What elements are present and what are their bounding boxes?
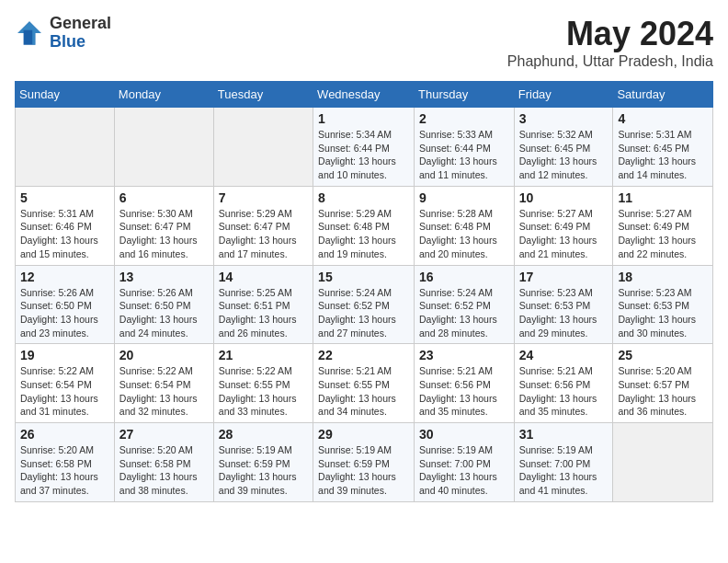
day-number: 13 [119, 270, 209, 284]
day-info: Sunrise: 5:32 AMSunset: 6:45 PMDaylight:… [519, 128, 609, 182]
page-header: General Blue May 2024 Phaphund, Uttar Pr… [15, 15, 713, 70]
calendar-cell: 31Sunrise: 5:19 AMSunset: 7:00 PMDayligh… [514, 423, 613, 502]
calendar-cell: 13Sunrise: 5:26 AMSunset: 6:50 PMDayligh… [114, 265, 213, 344]
calendar-cell: 17Sunrise: 5:23 AMSunset: 6:53 PMDayligh… [514, 265, 613, 344]
day-number: 4 [618, 111, 708, 126]
calendar-cell: 29Sunrise: 5:19 AMSunset: 6:59 PMDayligh… [313, 423, 415, 502]
day-info: Sunrise: 5:27 AMSunset: 6:49 PMDaylight:… [519, 207, 609, 261]
day-info: Sunrise: 5:31 AMSunset: 6:45 PMDaylight:… [618, 128, 708, 182]
day-number: 3 [519, 111, 609, 126]
day-number: 29 [318, 427, 409, 442]
weekday-header-thursday: Thursday [415, 82, 515, 108]
day-info: Sunrise: 5:20 AMSunset: 6:57 PMDaylight:… [618, 364, 708, 419]
weekday-header-friday: Friday [514, 82, 613, 108]
day-info: Sunrise: 5:29 AMSunset: 6:47 PMDaylight:… [219, 207, 308, 261]
weekday-header-sunday: Sunday [16, 82, 115, 108]
calendar-cell: 20Sunrise: 5:22 AMSunset: 6:54 PMDayligh… [114, 344, 213, 423]
calendar-week-row: 1Sunrise: 5:34 AMSunset: 6:44 PMDaylight… [16, 108, 713, 187]
location: Phaphund, Uttar Pradesh, India [507, 53, 713, 70]
calendar-cell: 21Sunrise: 5:22 AMSunset: 6:55 PMDayligh… [213, 344, 313, 423]
day-number: 22 [318, 348, 409, 362]
calendar-cell: 26Sunrise: 5:20 AMSunset: 6:58 PMDayligh… [16, 423, 115, 502]
day-number: 16 [419, 270, 509, 284]
day-info: Sunrise: 5:24 AMSunset: 6:52 PMDaylight:… [419, 286, 509, 340]
day-number: 15 [318, 270, 409, 284]
calendar-cell [213, 108, 313, 187]
calendar-cell: 6Sunrise: 5:30 AMSunset: 6:47 PMDaylight… [114, 186, 213, 265]
day-info: Sunrise: 5:19 AMSunset: 7:00 PMDaylight:… [419, 443, 509, 498]
calendar-week-row: 12Sunrise: 5:26 AMSunset: 6:50 PMDayligh… [16, 265, 713, 344]
calendar-cell: 15Sunrise: 5:24 AMSunset: 6:52 PMDayligh… [313, 265, 415, 344]
calendar-cell: 11Sunrise: 5:27 AMSunset: 6:49 PMDayligh… [613, 186, 713, 265]
day-number: 30 [419, 427, 509, 442]
day-info: Sunrise: 5:28 AMSunset: 6:48 PMDaylight:… [419, 207, 509, 261]
logo-icon [15, 18, 44, 48]
day-info: Sunrise: 5:19 AMSunset: 6:59 PMDaylight:… [219, 443, 308, 498]
day-number: 8 [318, 190, 409, 205]
title-section: May 2024 Phaphund, Uttar Pradesh, India [507, 15, 713, 70]
calendar-cell: 8Sunrise: 5:29 AMSunset: 6:48 PMDaylight… [313, 186, 415, 265]
calendar-week-row: 5Sunrise: 5:31 AMSunset: 6:46 PMDaylight… [16, 186, 713, 265]
logo-text: General Blue [50, 15, 111, 52]
day-number: 2 [419, 111, 509, 126]
weekday-header-row: SundayMondayTuesdayWednesdayThursdayFrid… [16, 82, 713, 108]
weekday-header-tuesday: Tuesday [213, 82, 313, 108]
day-info: Sunrise: 5:22 AMSunset: 6:55 PMDaylight:… [219, 364, 308, 419]
calendar-cell: 25Sunrise: 5:20 AMSunset: 6:57 PMDayligh… [613, 344, 713, 423]
calendar-cell: 19Sunrise: 5:22 AMSunset: 6:54 PMDayligh… [16, 344, 115, 423]
day-number: 11 [618, 190, 708, 205]
calendar-cell [613, 423, 713, 502]
calendar-cell: 5Sunrise: 5:31 AMSunset: 6:46 PMDaylight… [16, 186, 115, 265]
calendar-week-row: 26Sunrise: 5:20 AMSunset: 6:58 PMDayligh… [16, 423, 713, 502]
calendar-cell: 1Sunrise: 5:34 AMSunset: 6:44 PMDaylight… [313, 108, 415, 187]
day-info: Sunrise: 5:29 AMSunset: 6:48 PMDaylight:… [318, 207, 409, 261]
calendar-cell: 14Sunrise: 5:25 AMSunset: 6:51 PMDayligh… [213, 265, 313, 344]
calendar-cell [114, 108, 213, 187]
day-number: 14 [219, 270, 308, 284]
day-info: Sunrise: 5:25 AMSunset: 6:51 PMDaylight:… [219, 286, 308, 340]
day-number: 20 [119, 348, 209, 362]
day-info: Sunrise: 5:30 AMSunset: 6:47 PMDaylight:… [119, 207, 209, 261]
day-number: 7 [219, 190, 308, 205]
day-info: Sunrise: 5:26 AMSunset: 6:50 PMDaylight:… [119, 286, 209, 340]
day-info: Sunrise: 5:20 AMSunset: 6:58 PMDaylight:… [119, 443, 209, 498]
day-info: Sunrise: 5:21 AMSunset: 6:56 PMDaylight:… [519, 364, 609, 419]
day-info: Sunrise: 5:23 AMSunset: 6:53 PMDaylight:… [519, 286, 609, 340]
day-number: 1 [318, 111, 409, 126]
calendar-cell: 28Sunrise: 5:19 AMSunset: 6:59 PMDayligh… [213, 423, 313, 502]
calendar-cell: 12Sunrise: 5:26 AMSunset: 6:50 PMDayligh… [16, 265, 115, 344]
calendar-cell: 30Sunrise: 5:19 AMSunset: 7:00 PMDayligh… [415, 423, 515, 502]
day-number: 27 [119, 427, 209, 442]
month-year: May 2024 [507, 15, 713, 53]
day-info: Sunrise: 5:19 AMSunset: 7:00 PMDaylight:… [519, 443, 609, 498]
day-number: 12 [20, 270, 109, 284]
weekday-header-saturday: Saturday [613, 82, 713, 108]
day-number: 23 [419, 348, 509, 362]
calendar-cell: 9Sunrise: 5:28 AMSunset: 6:48 PMDaylight… [415, 186, 515, 265]
day-info: Sunrise: 5:26 AMSunset: 6:50 PMDaylight:… [20, 286, 109, 340]
day-number: 6 [119, 190, 209, 205]
day-info: Sunrise: 5:21 AMSunset: 6:56 PMDaylight:… [419, 364, 509, 419]
day-info: Sunrise: 5:23 AMSunset: 6:53 PMDaylight:… [618, 286, 708, 340]
day-number: 25 [618, 348, 708, 362]
day-info: Sunrise: 5:22 AMSunset: 6:54 PMDaylight:… [119, 364, 209, 419]
day-number: 24 [519, 348, 609, 362]
calendar-week-row: 19Sunrise: 5:22 AMSunset: 6:54 PMDayligh… [16, 344, 713, 423]
calendar-cell: 27Sunrise: 5:20 AMSunset: 6:58 PMDayligh… [114, 423, 213, 502]
weekday-header-monday: Monday [114, 82, 213, 108]
calendar-cell: 24Sunrise: 5:21 AMSunset: 6:56 PMDayligh… [514, 344, 613, 423]
calendar-cell: 22Sunrise: 5:21 AMSunset: 6:55 PMDayligh… [313, 344, 415, 423]
day-number: 26 [20, 427, 109, 442]
day-number: 5 [20, 190, 109, 205]
calendar-cell: 10Sunrise: 5:27 AMSunset: 6:49 PMDayligh… [514, 186, 613, 265]
day-info: Sunrise: 5:20 AMSunset: 6:58 PMDaylight:… [20, 443, 109, 498]
calendar-table: SundayMondayTuesdayWednesdayThursdayFrid… [15, 81, 713, 502]
day-number: 21 [219, 348, 308, 362]
calendar-cell: 3Sunrise: 5:32 AMSunset: 6:45 PMDaylight… [514, 108, 613, 187]
calendar-cell [16, 108, 115, 187]
day-info: Sunrise: 5:33 AMSunset: 6:44 PMDaylight:… [419, 128, 509, 182]
day-number: 9 [419, 190, 509, 205]
calendar-cell: 18Sunrise: 5:23 AMSunset: 6:53 PMDayligh… [613, 265, 713, 344]
day-info: Sunrise: 5:21 AMSunset: 6:55 PMDaylight:… [318, 364, 409, 419]
day-number: 18 [618, 270, 708, 284]
